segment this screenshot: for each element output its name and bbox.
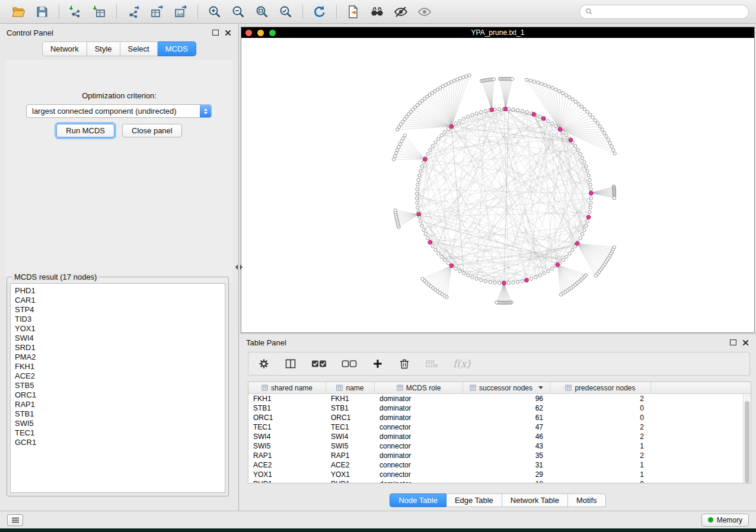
table-row[interactable]: TEC1TEC1connector472 — [248, 422, 751, 432]
close-panel-button[interactable]: Close panel — [122, 124, 182, 137]
mcds-result-item[interactable]: YOX1 — [15, 324, 225, 334]
status-bar: Memory — [0, 511, 756, 528]
table-row[interactable]: ORC1ORC1dominator610 — [248, 413, 751, 422]
function-builder-icon[interactable]: f(x) — [453, 358, 470, 370]
export-table-icon[interactable] — [146, 2, 168, 21]
mcds-result-item[interactable]: SWI5 — [15, 419, 225, 428]
mcds-result-item[interactable]: STB5 — [15, 381, 225, 390]
tab-network-table[interactable]: Network Table — [502, 493, 568, 507]
search-input[interactable] — [596, 7, 743, 17]
delete-row-icon[interactable] — [397, 357, 412, 371]
run-mcds-button[interactable]: Run MCDS — [56, 124, 114, 137]
float-table-panel-icon[interactable] — [730, 339, 736, 345]
mcds-result-item[interactable]: STP4 — [15, 305, 225, 315]
table-cell: 0 — [550, 480, 651, 483]
table-row[interactable]: SWI5SWI5connector431 — [248, 441, 751, 451]
tab-node-table[interactable]: Node Table — [390, 493, 446, 507]
table-row[interactable]: ACE2ACE2connector311 — [248, 460, 751, 470]
table-panel: Table Panel — [240, 334, 756, 511]
delete-column-icon[interactable] — [424, 357, 441, 371]
tab-style[interactable]: Style — [87, 41, 120, 56]
table-cell: 43 — [463, 442, 550, 450]
save-icon[interactable] — [31, 2, 53, 21]
import-network-icon[interactable] — [65, 2, 87, 21]
table-cell: 46 — [463, 432, 550, 441]
zoom-fit-icon[interactable] — [251, 2, 273, 21]
scrollbar-thumb[interactable] — [745, 401, 749, 483]
select-all-icon[interactable] — [310, 357, 328, 371]
tab-motifs[interactable]: Motifs — [568, 493, 606, 507]
hide-details-icon[interactable] — [390, 2, 412, 21]
mcds-result-item[interactable]: CAR1 — [15, 296, 225, 305]
table-row[interactable]: RAP1RAP1dominator352 — [248, 451, 751, 460]
network-workspace: YPA_prune.txt_1 Table Panel — [240, 24, 756, 511]
table-row[interactable]: YOX1YOX1connector291 — [248, 470, 751, 479]
window-close-icon[interactable] — [245, 30, 252, 36]
column-header-MCDS-role[interactable]: MCDS role — [375, 382, 463, 393]
status-menu-icon[interactable] — [7, 514, 23, 526]
export-network-icon[interactable] — [122, 2, 145, 21]
open-icon[interactable] — [7, 2, 30, 21]
mcds-result-item[interactable]: SRD1 — [15, 343, 225, 352]
table-row[interactable]: SWI4SWI4dominator462 — [248, 432, 751, 441]
mcds-result-item[interactable]: RAP1 — [15, 400, 225, 409]
show-details-icon[interactable] — [413, 2, 436, 21]
close-panel-icon[interactable] — [224, 29, 232, 37]
memory-button[interactable]: Memory — [701, 514, 749, 527]
toolbar-separator — [197, 4, 198, 20]
split-view-icon[interactable] — [283, 357, 298, 371]
table-cell: connector — [375, 461, 463, 469]
column-header-predecessor-nodes[interactable]: predecessor nodes — [550, 382, 651, 393]
table-header-row: shared namenameMCDS rolesuccessor nodesp… — [248, 382, 751, 394]
table-row[interactable]: FKH1FKH1dominator962 — [248, 394, 751, 403]
toolbar-separator — [116, 4, 117, 20]
optimization-criterion-label: Optimization criterion: — [0, 91, 238, 100]
column-header-successor-nodes[interactable]: successor nodes — [463, 382, 550, 393]
column-header-name[interactable]: name — [326, 382, 375, 393]
mcds-result-item[interactable]: TEC1 — [15, 428, 225, 438]
table-cell: ACE2 — [248, 461, 326, 469]
float-panel-icon[interactable] — [212, 30, 219, 36]
tab-select[interactable]: Select — [120, 41, 158, 56]
search-network-icon[interactable] — [366, 2, 388, 21]
export-image-icon[interactable] — [170, 2, 192, 21]
export-document-icon[interactable] — [342, 2, 365, 21]
mcds-result-item[interactable]: PHD1 — [15, 286, 225, 296]
selected-criterion: largest connected component (undirected) — [32, 107, 200, 116]
tab-edge-table[interactable]: Edge Table — [446, 493, 502, 507]
close-table-panel-icon[interactable] — [742, 339, 749, 347]
mcds-result-item[interactable]: ACE2 — [15, 371, 225, 381]
window-minimize-icon[interactable] — [257, 30, 264, 36]
optimization-criterion-select[interactable]: largest connected component (undirected) — [26, 104, 212, 118]
deselect-all-icon[interactable] — [340, 357, 358, 371]
table-cell: dominator — [375, 414, 463, 422]
apply-layout-icon[interactable] — [308, 2, 331, 21]
column-header-shared-name[interactable]: shared name — [248, 382, 326, 393]
import-table-icon[interactable] — [88, 2, 111, 21]
mcds-result-item[interactable]: STB1 — [15, 409, 225, 419]
zoom-out-icon[interactable] — [227, 2, 250, 21]
mcds-result-item[interactable]: ORC1 — [15, 390, 225, 400]
table-row[interactable]: PHD1PHD1dominator180 — [248, 479, 751, 483]
tab-network[interactable]: Network — [42, 41, 87, 56]
mcds-result-item[interactable]: TID3 — [15, 315, 225, 324]
table-scrollbar[interactable] — [743, 394, 751, 483]
mcds-result-item[interactable]: FKH1 — [15, 362, 225, 371]
network-canvas[interactable] — [241, 38, 754, 332]
mcds-result-item[interactable]: PMA2 — [15, 352, 225, 362]
table-row[interactable]: STB1STB1dominator620 — [248, 403, 751, 413]
node-table: shared namenameMCDS rolesuccessor nodesp… — [248, 382, 751, 483]
mcds-result-item[interactable]: GCR1 — [15, 438, 225, 447]
table-cell: 62 — [463, 404, 550, 412]
panel-divider-handle[interactable] — [234, 262, 244, 270]
zoom-selected-icon[interactable] — [275, 2, 297, 21]
window-zoom-icon[interactable] — [269, 30, 276, 36]
zoom-in-icon[interactable] — [203, 2, 226, 21]
mcds-result-item[interactable]: SWI4 — [15, 334, 225, 343]
table-cell: 61 — [463, 414, 550, 422]
tab-mcds[interactable]: MCDS — [158, 41, 196, 56]
table-panel-title: Table Panel — [246, 338, 286, 347]
network-graph — [241, 38, 754, 332]
settings-gear-icon[interactable] — [257, 357, 271, 371]
add-row-icon[interactable] — [371, 357, 385, 371]
